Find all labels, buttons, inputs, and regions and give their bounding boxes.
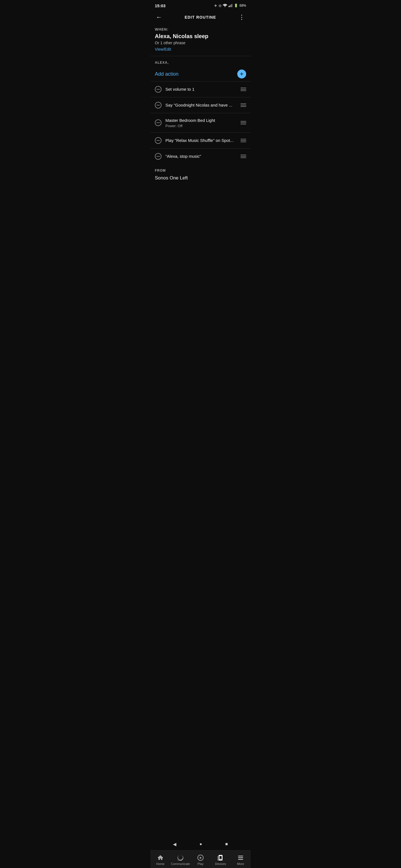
action-5-content: "Alexa, stop music" xyxy=(165,154,237,159)
status-icons: ✈ ◎ 🔋 68% xyxy=(214,4,246,8)
main-content: WHEN: Alexa, Nicolas sleep Or 1 other ph… xyxy=(150,25,251,219)
action-item[interactable]: Master Bedroom Bed Light Power: Off xyxy=(155,113,246,132)
location-icon: ◎ xyxy=(219,4,221,7)
drag-handle-2[interactable] xyxy=(240,103,246,107)
view-edit-link[interactable]: View/Edit xyxy=(155,47,171,52)
action-5-title: "Alexa, stop music" xyxy=(165,154,237,159)
action-3-content: Master Bedroom Bed Light Power: Off xyxy=(165,118,237,128)
from-section-label: FROM xyxy=(155,168,246,173)
action-3-title: Master Bedroom Bed Light xyxy=(165,118,237,123)
action-4-title: Play "Relax Music Shuffle" on Spot... xyxy=(165,138,237,143)
status-bar: 15:03 ✈ ◎ 🔋 68% xyxy=(150,0,251,10)
remove-action-2-button[interactable] xyxy=(155,102,162,108)
more-options-button[interactable]: ⋮ xyxy=(237,12,246,22)
action-list: Set volume to 1 Say "Goodnight Nicolas a… xyxy=(155,82,246,164)
drag-handle-5[interactable] xyxy=(240,155,246,158)
nav-spacer xyxy=(155,189,246,219)
svg-rect-0 xyxy=(229,6,229,7)
when-section-label: WHEN: xyxy=(155,25,246,33)
battery-icon: 🔋 xyxy=(234,4,238,7)
add-action-row[interactable]: Add action + xyxy=(155,67,246,81)
svg-rect-3 xyxy=(231,4,232,7)
page-title: EDIT ROUTINE xyxy=(184,15,216,20)
trigger-title: Alexa, Nicolas sleep xyxy=(155,33,246,39)
battery-percent: 68% xyxy=(239,4,246,7)
from-section: FROM Sonos One Left xyxy=(155,164,246,189)
action-2-title: Say "Goodnight Nicolas and have ... xyxy=(165,102,237,108)
trigger-subtitle: Or 1 other phrase xyxy=(155,41,246,45)
back-button[interactable]: ← xyxy=(155,12,163,22)
add-action-label: Add action xyxy=(155,71,178,77)
action-3-subtitle: Power: Off xyxy=(165,124,237,128)
action-item[interactable]: Play "Relax Music Shuffle" on Spot... xyxy=(155,133,246,148)
airplane-icon: ✈ xyxy=(214,4,217,8)
header: ← EDIT ROUTINE ⋮ xyxy=(150,10,251,25)
action-4-content: Play "Relax Music Shuffle" on Spot... xyxy=(165,138,237,143)
remove-action-4-button[interactable] xyxy=(155,137,162,144)
alexa-section-label: ALEXA, xyxy=(155,56,246,67)
wifi-icon xyxy=(223,4,227,7)
svg-rect-2 xyxy=(231,5,231,7)
action-item[interactable]: Say "Goodnight Nicolas and have ... xyxy=(155,97,246,113)
svg-rect-1 xyxy=(229,5,230,7)
drag-handle-3[interactable] xyxy=(240,121,246,124)
from-device: Sonos One Left xyxy=(155,175,246,186)
remove-action-1-button[interactable] xyxy=(155,86,162,93)
action-1-content: Set volume to 1 xyxy=(165,87,237,92)
signal-icon xyxy=(229,4,232,7)
action-1-title: Set volume to 1 xyxy=(165,87,237,92)
add-action-button[interactable]: + xyxy=(237,69,246,79)
action-2-content: Say "Goodnight Nicolas and have ... xyxy=(165,102,237,108)
action-item[interactable]: Set volume to 1 xyxy=(155,82,246,97)
status-time: 15:03 xyxy=(155,3,165,8)
remove-action-3-button[interactable] xyxy=(155,119,162,126)
plus-icon: + xyxy=(240,71,244,77)
drag-handle-1[interactable] xyxy=(240,88,246,91)
action-item[interactable]: "Alexa, stop music" xyxy=(155,149,246,164)
drag-handle-4[interactable] xyxy=(240,139,246,142)
remove-action-5-button[interactable] xyxy=(155,153,162,160)
